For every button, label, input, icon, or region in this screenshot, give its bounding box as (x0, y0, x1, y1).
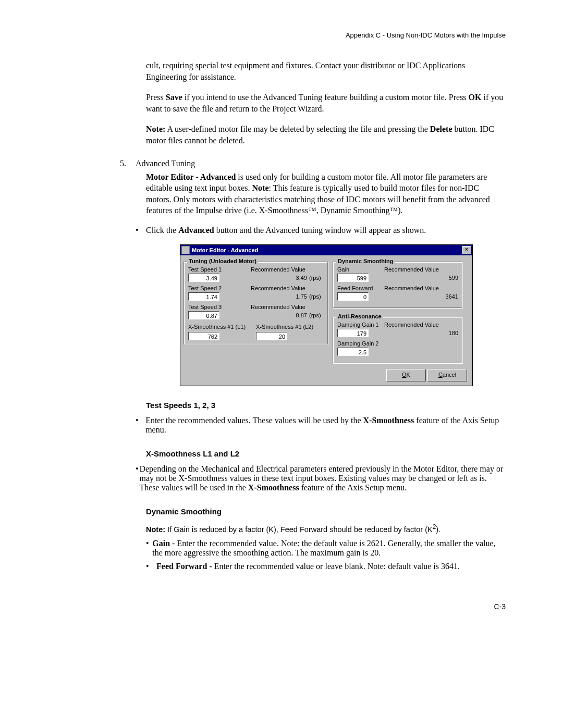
motor-editor-advanced-dialog: Motor Editor - Advanced × Tuning (Unload… (180, 244, 473, 386)
test-speed-1-input[interactable]: 3.49 (188, 274, 219, 282)
dialog-titlebar: Motor Editor - Advanced × (180, 245, 472, 255)
test-speed-2-label: Test Speed 2 (188, 285, 251, 291)
intro-p2: Press Save if you intend to use the Adva… (146, 92, 506, 114)
xsmoothness-l1-label: X-Smoothness #1 (L1) (188, 324, 246, 330)
tuning-group: Tuning (Unloaded Motor) Test Speed 1 Rec… (183, 262, 328, 345)
dynamic-smoothing-group: Dynamic Smoothing Gain Recommended Value… (333, 262, 463, 309)
gain-input[interactable]: 599 (337, 274, 369, 282)
feed-forward-label: Feed Forward (337, 285, 384, 291)
feed-forward-input[interactable]: 0 (337, 292, 369, 301)
damping-gain-1-input[interactable]: 179 (337, 329, 369, 337)
xsmoothness-bullet: • Depending on the Mechanical and Electr… (136, 464, 506, 492)
gain-label: Gain (337, 266, 384, 273)
xsmoothness-l2-label: X-Smoothness #1 (L2) (256, 324, 313, 330)
xsmoothness-l1-input[interactable]: 762 (188, 332, 219, 340)
advanced-desc: Motor Editor - Advanced is used only for… (146, 171, 506, 216)
damping-gain-2-input[interactable]: 2.5 (337, 348, 369, 356)
gain-bullet: • Gain - Enter the recommended value. No… (146, 539, 506, 558)
test-speed-3-input[interactable]: 0.87 (188, 311, 219, 319)
ok-button[interactable]: OK (386, 369, 426, 381)
damping-gain-1-label: Damping Gain 1 (337, 322, 384, 328)
test-speed-2-input[interactable]: 1.74 (188, 292, 219, 301)
page-header: Appendix C - Using Non-IDC Motors with t… (57, 31, 506, 39)
xsmoothness-heading: X-Smoothness L1 and L2 (146, 449, 506, 458)
close-icon[interactable]: × (462, 246, 471, 254)
app-icon (181, 246, 190, 254)
test-speeds-bullet: • Enter the recommended values. These va… (136, 416, 506, 435)
advanced-click-bullet: • Click the Advanced button and the Adva… (136, 226, 506, 235)
test-speeds-heading: Test Speeds 1, 2, 3 (146, 401, 506, 410)
test-speed-3-label: Test Speed 3 (188, 304, 251, 310)
dynamic-smoothing-note: Note: If Gain is reduced by a factor (K)… (146, 523, 506, 534)
cancel-button[interactable]: Cancel (427, 369, 467, 381)
damping-gain-2-label: Damping Gain 2 (337, 340, 458, 347)
feed-forward-bullet: • Feed Forward - Enter the recommended v… (146, 562, 506, 571)
test-speed-1-label: Test Speed 1 (188, 266, 251, 273)
page-number: C-3 (57, 602, 506, 611)
anti-resonance-group: Anti-Resonance Damping Gain 1 Recommende… (333, 317, 463, 364)
intro-p3: Note: A user-defined motor file may be d… (146, 124, 506, 146)
dialog-title: Motor Editor - Advanced (192, 247, 462, 253)
step-5: 5. Advanced Tuning (120, 159, 506, 168)
dynamic-smoothing-heading: Dynamic Smoothing (146, 507, 506, 516)
intro-p1: cult, requiring special test equipment a… (146, 60, 506, 82)
xsmoothness-l2-input[interactable]: 20 (256, 332, 287, 340)
